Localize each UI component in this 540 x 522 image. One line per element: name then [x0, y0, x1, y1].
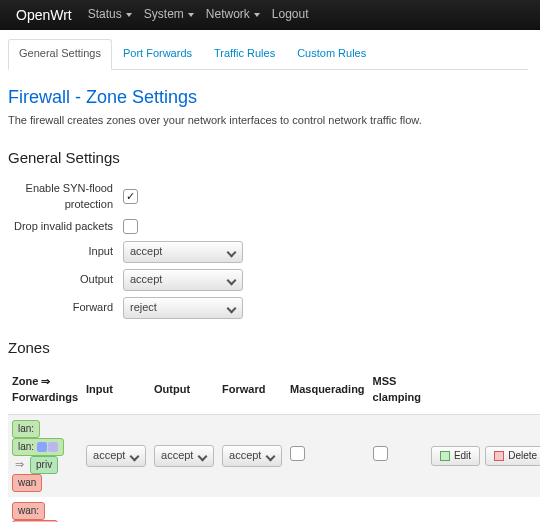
- zone-badge-wan: wan:: [12, 502, 45, 520]
- zone-badge-lan: lan:: [12, 420, 40, 438]
- label-drop-invalid: Drop invalid packets: [8, 219, 123, 235]
- chevron-down-icon: [126, 13, 132, 17]
- edit-button-lan[interactable]: Edit: [431, 446, 480, 466]
- firewall-tabs: General Settings Port Forwards Traffic R…: [8, 38, 528, 70]
- nav-network[interactable]: Network: [206, 6, 260, 23]
- iface-icon: [48, 442, 58, 452]
- select-input-policy[interactable]: accept: [123, 241, 243, 263]
- checkbox-lan-masq[interactable]: [290, 446, 305, 461]
- chevron-down-icon: [188, 13, 194, 17]
- zone-row-lan: lan: lan: ⇒ priv wan accept accept accep…: [8, 415, 540, 498]
- edit-icon: [440, 451, 450, 461]
- tab-custom-rules[interactable]: Custom Rules: [286, 39, 377, 70]
- delete-button-lan[interactable]: Delete: [485, 446, 540, 466]
- select-lan-forward[interactable]: accept: [222, 445, 282, 467]
- page: General Settings Port Forwards Traffic R…: [0, 30, 540, 522]
- tab-port-forwards[interactable]: Port Forwards: [112, 39, 203, 70]
- nav-logout[interactable]: Logout: [272, 6, 309, 23]
- label-output: Output: [8, 272, 123, 288]
- page-description: The firewall creates zones over your net…: [8, 113, 528, 129]
- zone-row-wan: wan: wan: wan6: ⇒ REJECT reject accept r…: [8, 497, 540, 522]
- checkbox-lan-mss[interactable]: [373, 446, 388, 461]
- tab-traffic-rules[interactable]: Traffic Rules: [203, 39, 286, 70]
- chevron-down-icon: [254, 13, 260, 17]
- section-general-settings: General Settings: [8, 147, 528, 169]
- zth-forward: Forward: [218, 370, 286, 414]
- zth-input: Input: [82, 370, 150, 414]
- zth-mss: MSS clamping: [369, 370, 425, 414]
- section-zones: Zones: [8, 337, 528, 359]
- nav-status[interactable]: Status: [88, 6, 132, 23]
- zth-output: Output: [150, 370, 218, 414]
- select-lan-input[interactable]: accept: [86, 445, 146, 467]
- label-input: Input: [8, 244, 123, 260]
- select-forward-policy[interactable]: reject: [123, 297, 243, 319]
- zone-net-lan: lan:: [12, 438, 64, 456]
- select-output-policy[interactable]: accept: [123, 269, 243, 291]
- zone-dest-wan: wan: [12, 474, 42, 492]
- arrow-icon: ⇒: [15, 458, 24, 470]
- top-navbar: OpenWrt Status System Network Logout: [0, 0, 540, 30]
- zth-zone-forwardings: Zone ⇒ Forwardings: [8, 370, 82, 414]
- page-title: Firewall - Zone Settings: [8, 84, 528, 110]
- checkbox-drop-invalid[interactable]: [123, 219, 138, 234]
- checkbox-synflood[interactable]: ✓: [123, 189, 138, 204]
- brand: OpenWrt: [16, 5, 72, 25]
- select-lan-output[interactable]: accept: [154, 445, 214, 467]
- nav-system[interactable]: System: [144, 6, 194, 23]
- label-forward: Forward: [8, 300, 123, 316]
- zones-table: Zone ⇒ Forwardings Input Output Forward …: [8, 370, 540, 522]
- delete-icon: [494, 451, 504, 461]
- iface-icon: [37, 442, 47, 452]
- zth-masq: Masquerading: [286, 370, 369, 414]
- tab-general-settings[interactable]: General Settings: [8, 39, 112, 70]
- zone-dest-priv: priv: [30, 456, 58, 474]
- label-synflood: Enable SYN-flood protection: [8, 181, 123, 213]
